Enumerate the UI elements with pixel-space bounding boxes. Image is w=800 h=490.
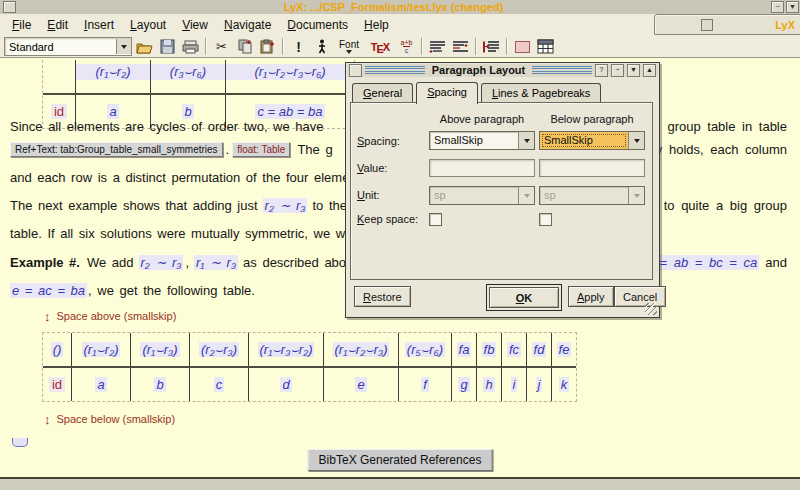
menu-navigate[interactable]: Navigate bbox=[216, 16, 279, 34]
open-icon[interactable] bbox=[134, 37, 155, 56]
math-inset[interactable]: e = ac = ba bbox=[10, 283, 87, 298]
tab-lines-pagebreaks[interactable]: Lines & Pagebreaks bbox=[481, 83, 601, 102]
chevron-down-icon[interactable] bbox=[518, 132, 534, 149]
example-label: Example #. bbox=[10, 255, 80, 270]
resize-grip[interactable] bbox=[645, 303, 657, 315]
tab-spacing[interactable]: Spacing bbox=[416, 82, 478, 104]
empty-inset-mark[interactable] bbox=[12, 438, 28, 447]
table-cell[interactable]: (r₅⌣r₆) bbox=[405, 342, 445, 357]
paragraph-spacing-below-icon[interactable] bbox=[450, 37, 471, 56]
tex-mode-icon[interactable]: TEX bbox=[366, 37, 394, 56]
restore-button[interactable]: Restore bbox=[354, 286, 411, 307]
bibtex-inset-button[interactable]: BibTeX Generated References bbox=[308, 449, 493, 471]
math-inset[interactable]: r₂ ∼ r₃ bbox=[263, 198, 308, 213]
menu-documents[interactable]: Documents bbox=[279, 16, 356, 34]
paste-icon[interactable] bbox=[257, 37, 278, 56]
table-cell[interactable]: id bbox=[49, 377, 65, 392]
cancel-button[interactable]: Cancel bbox=[614, 286, 666, 307]
keep-space-label: Keep space: bbox=[357, 213, 418, 225]
menu-edit[interactable]: Edit bbox=[39, 16, 76, 34]
menu-insert[interactable]: Insert bbox=[76, 16, 122, 34]
table-cell[interactable]: h bbox=[483, 377, 494, 392]
chevron-down-icon[interactable] bbox=[628, 132, 644, 149]
apply-button[interactable]: Apply bbox=[568, 286, 614, 307]
menu-layout[interactable]: Layout bbox=[122, 16, 174, 34]
menu-file[interactable]: File bbox=[4, 16, 39, 34]
table-cell[interactable]: b bbox=[182, 104, 193, 119]
vertical-arrows-icon: ↕ bbox=[44, 414, 51, 425]
dialog-window-menu-button[interactable] bbox=[349, 64, 362, 77]
table-cell[interactable]: a bbox=[95, 377, 106, 392]
minimize-button[interactable]: − bbox=[771, 1, 784, 13]
table-cell[interactable]: (r₁⌣r₂) bbox=[82, 342, 121, 357]
table-cell[interactable]: fb bbox=[482, 342, 497, 357]
dialog-titlebar[interactable]: Paragraph Layout ? − ▼ ▲ bbox=[347, 64, 658, 77]
print-icon[interactable] bbox=[180, 37, 201, 56]
table-cell[interactable]: fd bbox=[532, 342, 547, 357]
noun-person-icon[interactable] bbox=[311, 37, 332, 56]
value-below-input[interactable] bbox=[539, 159, 645, 177]
vertical-arrows-icon: ↕ bbox=[44, 311, 51, 322]
paragraph-style-selector[interactable]: Standard bbox=[4, 37, 132, 56]
menu-help[interactable]: Help bbox=[356, 16, 397, 34]
table-cell[interactable]: id bbox=[51, 104, 67, 119]
float-inset-button[interactable]: float: Table bbox=[232, 142, 290, 157]
keep-space-below-checkbox[interactable] bbox=[539, 213, 552, 226]
cut-icon[interactable]: ✂ bbox=[211, 37, 232, 56]
table-cell[interactable]: (r₁⌣r₃⌣r₂) bbox=[258, 342, 315, 357]
paragraph-spacing-above-icon[interactable] bbox=[427, 37, 448, 56]
background-window-menu-button[interactable] bbox=[701, 19, 713, 31]
table-cell[interactable]: (r₁⌣r₃) bbox=[140, 342, 179, 357]
background-window-title: LyX bbox=[713, 19, 800, 31]
group-table[interactable]: () (r₁⌣r₂) (r₁⌣r₃) (r₂⌣r₃) (r₁⌣r₃⌣r₂) (r… bbox=[42, 332, 577, 402]
table-cell[interactable]: fc bbox=[507, 342, 521, 357]
copy-icon[interactable] bbox=[234, 37, 255, 56]
chevron-down-icon[interactable] bbox=[116, 39, 131, 54]
maximize-button[interactable]: ▼ bbox=[786, 1, 799, 13]
table-cell[interactable]: b bbox=[154, 377, 165, 392]
tab-general[interactable]: General bbox=[352, 83, 413, 102]
table-cell[interactable]: k bbox=[559, 377, 570, 392]
status-bar bbox=[0, 477, 800, 490]
space-above-marker: ↕ Space above (smallskip) bbox=[44, 310, 176, 322]
window-menu-button[interactable] bbox=[3, 1, 16, 13]
spacing-below-select[interactable]: SmallSkip bbox=[539, 131, 645, 150]
table-cell[interactable]: () bbox=[51, 342, 64, 357]
menu-view[interactable]: View bbox=[174, 16, 216, 34]
math-inset[interactable]: r₂ ∼ r₃ bbox=[139, 255, 184, 270]
ref-inset-button[interactable]: Ref+Text: tab:Group_table_small_symmetri… bbox=[10, 142, 223, 157]
background-window-titlebar[interactable]: LyX bbox=[654, 14, 800, 35]
note-inset-icon[interactable] bbox=[512, 37, 533, 56]
value-above-input[interactable] bbox=[429, 159, 535, 177]
table-cell[interactable]: f bbox=[421, 377, 429, 392]
dialog-minimize-button[interactable]: − bbox=[611, 64, 624, 77]
math-inset[interactable]: r₁ ∼ r₃ bbox=[194, 255, 238, 270]
table-cell[interactable]: (r₂⌣r₃) bbox=[199, 342, 239, 357]
table-cell[interactable]: c bbox=[214, 377, 225, 392]
emphasis-icon[interactable]: ! bbox=[288, 37, 309, 56]
font-button[interactable]: Font bbox=[334, 37, 364, 56]
table-cell[interactable]: g bbox=[458, 377, 469, 392]
table-cell[interactable]: fe bbox=[557, 342, 572, 357]
spacing-above-select[interactable]: SmallSkip bbox=[429, 131, 535, 150]
chevron-down-icon bbox=[518, 187, 534, 204]
table-cell[interactable]: (r₁⌣r₂⌣r₃) bbox=[333, 342, 390, 357]
keep-space-above-checkbox[interactable] bbox=[429, 213, 442, 226]
ok-button[interactable]: OK bbox=[489, 287, 559, 308]
increase-depth-icon[interactable] bbox=[481, 37, 502, 56]
table-cell[interactable]: d bbox=[280, 377, 291, 392]
table-cell[interactable]: i bbox=[511, 377, 518, 392]
table-cell[interactable]: c = ab = ba bbox=[255, 104, 324, 119]
lyx-window: LyX: .../CSP_Formalism/test.lyx (changed… bbox=[0, 0, 800, 490]
math-fraction-icon[interactable]: a+bc bbox=[396, 37, 417, 56]
dialog-shade-button[interactable]: ▼ bbox=[627, 64, 640, 77]
dialog-unshade-button[interactable]: ▲ bbox=[643, 64, 656, 77]
table-cell[interactable]: fa bbox=[457, 342, 472, 357]
table-cell[interactable]: a bbox=[107, 104, 118, 119]
dialog-help-button[interactable]: ? bbox=[595, 64, 608, 77]
table-cell[interactable]: e bbox=[355, 377, 366, 392]
insert-table-icon[interactable] bbox=[535, 37, 556, 56]
math-inset[interactable]: d = ab = bc = ca bbox=[644, 255, 760, 270]
save-icon[interactable] bbox=[157, 37, 178, 56]
table-cell[interactable]: j bbox=[536, 377, 543, 392]
